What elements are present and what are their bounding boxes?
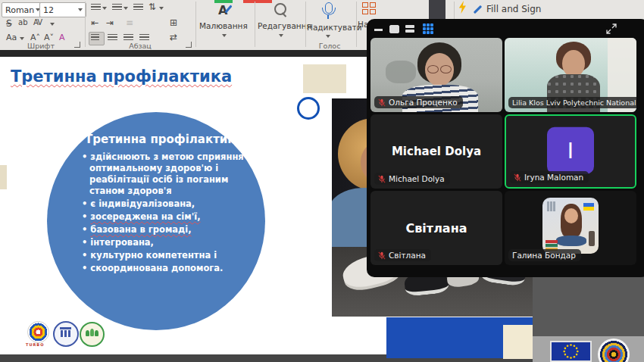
zoom-meeting-window: Ольга Проценко Lilia Klos Lviv Polytechn… <box>367 19 644 277</box>
participant-tile-halyna[interactable]: Галина Бондар <box>505 191 636 265</box>
microphone-arc-icon <box>322 8 336 15</box>
microphone-stand-icon <box>327 15 329 19</box>
avatar <box>542 198 599 254</box>
university-seal-icon <box>53 321 79 347</box>
decor-beige-rect <box>303 64 346 93</box>
participant-name-label: Lilia Klos Lviv Polytechnic National Un.… <box>508 97 636 108</box>
drawing-label: Малювання <box>199 21 248 30</box>
participant-name-label: Iryna Maloman <box>510 171 589 183</box>
chevron-down-icon[interactable] <box>20 37 24 40</box>
list-view-button[interactable] <box>405 25 414 28</box>
muted-mic-icon <box>378 175 386 183</box>
trident-icon <box>547 201 549 211</box>
participant-tile-svitlana[interactable]: Світлана Світлана <box>370 191 502 265</box>
decor-cream-square <box>503 325 533 359</box>
chevron-down-icon <box>279 34 283 37</box>
muted-mic-icon <box>514 173 521 182</box>
line-spacing-button[interactable]: ⇅ <box>148 2 156 12</box>
character-spacing-button[interactable]: AV <box>33 18 42 27</box>
chevron-down-icon[interactable] <box>159 7 164 10</box>
eu-flag <box>550 341 592 362</box>
ukraine-flag-icon <box>583 203 594 211</box>
bullet-item: скоординована допомога. <box>82 263 249 274</box>
group-separator <box>255 2 255 47</box>
chevron-down-icon <box>326 35 330 38</box>
numbered-list-button[interactable] <box>112 4 122 11</box>
bullet-item: інтегрована, <box>82 237 249 248</box>
multilevel-list-button[interactable] <box>133 4 143 11</box>
green-emblem-icon <box>80 322 105 347</box>
subscript-button[interactable]: ab <box>18 18 27 27</box>
group-separator <box>195 2 196 47</box>
font-size-value: 12 <box>43 5 54 15</box>
align-right-button[interactable] <box>123 34 133 42</box>
magnifier-handle-icon <box>282 12 286 17</box>
turbo-logo-text: TURBO <box>26 342 44 347</box>
sort-button[interactable]: ⇄ <box>170 32 177 42</box>
participant-tile-lilia[interactable]: Lilia Klos Lviv Polytechnic National Un.… <box>505 38 636 112</box>
next-page-band <box>533 336 644 362</box>
group-separator <box>305 2 306 47</box>
justify-button[interactable] <box>139 34 149 42</box>
chevron-down-icon <box>78 8 83 11</box>
red-tab-fragment <box>243 0 272 3</box>
muted-mic-icon <box>378 251 386 260</box>
borders-button[interactable]: ⊞ <box>170 17 177 28</box>
glasses-icon <box>427 65 439 73</box>
slide-title: Третинна профілактика <box>11 67 232 86</box>
disabled-paragraph-button: ≡ <box>126 17 133 28</box>
gallery-view-button[interactable] <box>423 23 433 33</box>
chevron-down-icon[interactable] <box>50 23 55 26</box>
participant-tile-iryna-active-speaker[interactable]: I Iryna Maloman <box>505 114 636 189</box>
decor-blue-ring <box>297 97 320 120</box>
participant-face <box>562 50 585 77</box>
chevron-down-icon[interactable] <box>123 7 128 10</box>
paragraph-group-label: Абзац <box>110 42 170 50</box>
participant-tile-olha[interactable]: Ольга Проценко <box>370 38 502 112</box>
avatar-tower <box>589 231 595 246</box>
avatar-face <box>564 208 578 223</box>
group-separator <box>85 2 86 47</box>
font-name-value: Roman <box>5 5 34 15</box>
group-separator <box>356 2 357 47</box>
voice-group-label: Голос <box>307 42 352 50</box>
muted-mic-icon <box>378 98 386 107</box>
strikethrough-button[interactable]: S <box>6 18 12 29</box>
app-background-panel <box>533 277 644 336</box>
turbo-logo-icon <box>27 321 49 343</box>
speaker-view-button[interactable] <box>389 25 399 33</box>
font-name-combo[interactable]: Roman <box>2 2 44 17</box>
participant-tile-michael[interactable]: Michael Dolya Michael Dolya <box>370 114 502 189</box>
bullet-item: є індивідуалізована, <box>82 198 249 210</box>
content-circle: Третинна профілактика здійснюють з метою… <box>47 112 265 330</box>
project-ring-logo-icon <box>598 339 630 362</box>
magnifier-icon <box>274 3 286 15</box>
bullet-item: базована в громаді, <box>82 224 249 236</box>
chevron-down-icon[interactable] <box>102 7 107 10</box>
participant-name-label: Світлана <box>374 249 431 261</box>
lightning-icon[interactable] <box>458 1 467 14</box>
video-background-blur <box>386 61 416 83</box>
avatar-books <box>546 240 558 243</box>
screen: Roman 12 S ab AV Aa A˄ A˅ A Шрифт ⇅ ⇤ ⇥ … <box>0 0 644 362</box>
font-dialog-launcher[interactable] <box>74 42 80 48</box>
paragraph-dialog-launcher[interactable] <box>186 42 192 48</box>
avatar: I <box>547 127 594 174</box>
fill-sign-label: Fill and Sign <box>486 4 541 14</box>
addins-grid-icon[interactable] <box>362 2 377 15</box>
font-size-combo[interactable]: 12 <box>39 2 86 17</box>
minimize-button[interactable] <box>374 29 383 31</box>
expand-window-icon[interactable] <box>606 23 617 34</box>
glasses-icon <box>440 65 452 73</box>
bullet-item: культурно компетентна і <box>82 250 249 261</box>
align-left-icon <box>91 34 99 42</box>
fill-sign-pen-icon <box>474 5 482 14</box>
avatar-legs <box>556 236 586 246</box>
increase-indent-button[interactable]: ⇥ <box>106 17 114 28</box>
circle-heading: Третинна профілактика <box>85 133 243 146</box>
decrease-indent-button[interactable]: ⇤ <box>91 17 98 28</box>
align-center-button[interactable] <box>108 34 117 42</box>
font-group-label: Шрифт <box>11 42 71 50</box>
participant-name-label: Ольга Проценко <box>374 96 463 108</box>
bullet-list-button[interactable] <box>91 4 101 11</box>
